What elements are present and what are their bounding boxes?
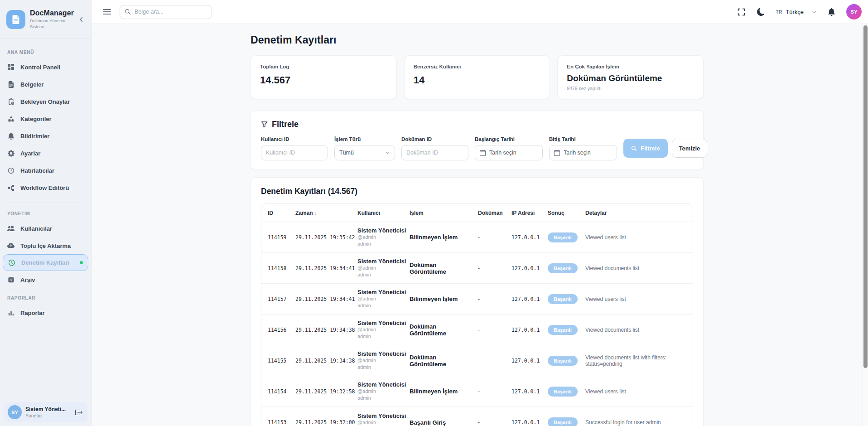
settings-icon [7, 150, 14, 157]
status-badge: Başarılı [548, 356, 578, 366]
user-name: Sistem Yöneticisi [357, 412, 410, 419]
user-name: Sistem Yöneti... [25, 406, 71, 412]
user-meta: Sistem Yöneti... Yönetici [25, 406, 71, 418]
users-icon [7, 225, 14, 232]
funnel-icon [261, 121, 268, 128]
sidebar-item-label: Toplu İçe Aktarma [20, 242, 71, 249]
cell-document: - [478, 327, 511, 333]
status-badge: Başarılı [548, 294, 578, 304]
user-handle: @admin [357, 419, 410, 426]
calendar-icon [480, 150, 486, 156]
sidebar-item-ar-iv[interactable]: Arşiv [0, 271, 91, 288]
cell-ip: 127.0.0.1 [511, 234, 548, 241]
cell-user: Sistem Yöneticisi@adminadmin [357, 320, 410, 340]
sidebar-item-belgeler[interactable]: Belgeler [0, 76, 91, 93]
user-handle: @admin [357, 326, 410, 333]
text-input[interactable] [406, 150, 463, 156]
sidebar-item-workflow-edit-r-[interactable]: Workflow Editörü [0, 179, 91, 196]
app-title: DocManager [30, 9, 73, 17]
table-row[interactable]: 11415329.11.2025 19:32:00Sistem Yönetici… [261, 407, 693, 426]
status-badge: Başarılı [548, 232, 578, 242]
column-header-sonu-[interactable]: Sonuç [548, 210, 585, 216]
cell-id: 114155 [268, 358, 295, 364]
sidebar-item-bildirimler[interactable]: Bildirimler [0, 127, 91, 145]
user-name: Sistem Yöneticisi [357, 258, 410, 265]
topbar-avatar[interactable]: SY [846, 4, 862, 19]
cell-document: - [478, 265, 511, 271]
cell-document: - [478, 358, 511, 364]
cell-details: Viewed documents list [585, 265, 686, 271]
stat-value: Doküman Görüntüleme [567, 73, 694, 83]
sidebar-item-label: Arşiv [20, 276, 35, 283]
sidebar-item-hat-rlat-c-lar[interactable]: Hatırlatıcılar [0, 162, 91, 179]
date-control[interactable]: Tarih seçin [549, 145, 617, 160]
sidebar-item-toplu-i-e-aktarma[interactable]: Toplu İçe Aktarma [0, 237, 91, 254]
sidebar-item-denetim-kay-tlar-[interactable]: Denetim Kayıtları [3, 254, 88, 271]
sidebar-divider [7, 203, 84, 203]
scrollbar-thumb[interactable] [863, 25, 868, 368]
cell-user: Sistem Yöneticisi@adminadmin [357, 227, 410, 247]
column-header-id[interactable]: ID [268, 210, 295, 216]
search-input[interactable] [135, 9, 207, 15]
filter-field-biti-tarihi: Bitiş TarihiTarih seçin [549, 136, 617, 160]
stat-label: Benzersiz Kullanıcı [414, 64, 541, 69]
audit-table-title: Denetim Kayıtları (14.567) [261, 187, 693, 196]
hamburger-menu-icon[interactable] [101, 7, 112, 17]
global-search[interactable] [120, 5, 212, 19]
stat-label: Toplam Log [260, 64, 387, 69]
table-row[interactable]: 11415829.11.2025 19:34:41Sistem Yönetici… [261, 253, 693, 284]
table-row[interactable]: 11415929.11.2025 19:35:42Sistem Yönetici… [261, 222, 693, 253]
user-username: admin [357, 395, 410, 402]
filter-clear-button[interactable]: Temizle [672, 139, 708, 158]
cell-result: Başarılı [548, 232, 585, 242]
dark-mode-moon-icon[interactable] [756, 7, 766, 17]
sidebar-item-label: Kullanıcılar [20, 225, 52, 232]
language-switcher[interactable]: TR Türkçe [776, 9, 817, 15]
sidebar-user-card[interactable]: SY Sistem Yöneti... Yönetici [4, 402, 87, 422]
bulk-import-icon [7, 242, 14, 249]
text-control[interactable] [261, 145, 328, 160]
sidebar-item-bekleyen-onaylar[interactable]: Bekleyen Onaylar [0, 93, 91, 110]
user-role: Yönetici [25, 413, 71, 418]
sidebar-item-raporlar[interactable]: Raporlar [0, 304, 91, 321]
filter-apply-button[interactable]: Filtrele [623, 139, 668, 158]
text-control[interactable] [401, 145, 468, 160]
sidebar-item-ayarlar[interactable]: Ayarlar [0, 145, 91, 162]
sidebar-item-kategoriler[interactable]: Kategoriler [0, 110, 91, 127]
sidebar-collapse-icon[interactable] [77, 15, 86, 24]
cell-time: 29.11.2025 19:32:58 [295, 388, 357, 395]
table-row[interactable]: 11415529.11.2025 19:34:38Sistem Yönetici… [261, 345, 693, 376]
date-control[interactable]: Tarih seçin [475, 145, 543, 160]
stat-card: Benzersiz Kullanıcı14 [404, 55, 550, 99]
date-placeholder: Tarih seçin [564, 150, 591, 156]
cell-details: Viewed users list [585, 234, 686, 241]
dashboard-icon [7, 63, 14, 71]
sidebar-header: DocManager Doküman Yönetim Sistemi [0, 0, 91, 39]
cell-id: 114154 [268, 388, 295, 395]
column-header-kullan-c-[interactable]: Kullanıcı [357, 210, 410, 216]
table-row[interactable]: 11415729.11.2025 19:34:41Sistem Yönetici… [261, 284, 693, 315]
table-row[interactable]: 11415629.11.2025 19:34:38Sistem Yönetici… [261, 315, 693, 345]
user-name: Sistem Yöneticisi [357, 350, 410, 357]
sidebar-section-label: ANA MENÜ [0, 43, 91, 58]
column-header-zaman-[interactable]: Zaman ↓ [295, 210, 357, 216]
select-control[interactable]: Tümü [334, 145, 395, 160]
user-name: Sistem Yöneticisi [357, 289, 410, 295]
column-header-ip-adresi[interactable]: IP Adresi [511, 210, 548, 216]
notifications-bell-icon[interactable] [827, 7, 836, 17]
vertical-scrollbar[interactable] [863, 24, 868, 426]
table-row[interactable]: 11415429.11.2025 19:32:58Sistem Yönetici… [261, 376, 693, 407]
fullscreen-icon[interactable] [737, 7, 746, 17]
topbar-right: TR Türkçe SY [737, 4, 862, 19]
logout-icon[interactable] [74, 408, 83, 417]
sidebar-item-label: Ayarlar [20, 150, 40, 157]
column-header-i-lem[interactable]: İşlem [410, 210, 478, 216]
cell-time: 29.11.2025 19:34:41 [295, 296, 357, 302]
cell-action: Başarılı Giriş [410, 419, 478, 426]
text-input[interactable] [266, 150, 323, 156]
sidebar-item-kullan-c-lar[interactable]: Kullanıcılar [0, 220, 91, 237]
column-header-dok-man[interactable]: Doküman [478, 210, 511, 216]
column-header-detaylar[interactable]: Detaylar [585, 210, 686, 216]
sidebar-item-kontrol-paneli[interactable]: Kontrol Paneli [0, 58, 91, 76]
cell-details: Viewed users list [585, 296, 686, 302]
